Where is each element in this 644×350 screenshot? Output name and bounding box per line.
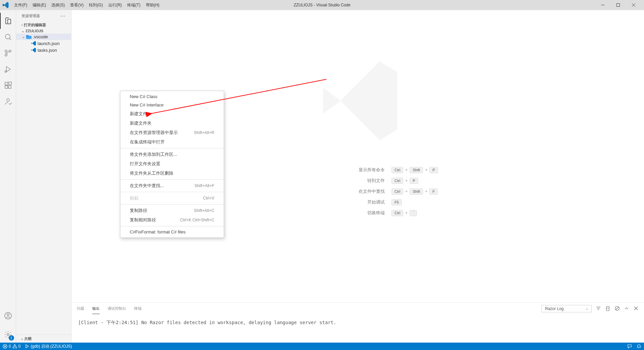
context-menu-item[interactable]: 将文件夹从工作区删除 [120,169,224,178]
context-menu-item[interactable]: 新建文件夹 [120,119,224,128]
context-menu-item[interactable]: 复制相对路径Ctrl+K Ctrl+Shift+C [120,215,224,225]
panel-tab-problems[interactable]: 问题 [77,303,84,314]
filter-icon[interactable] [596,306,601,312]
shortcut-keys: Ctrl+Shift+F [391,188,438,194]
activity-bar: 1 [0,10,16,343]
context-menu-shortcut: Ctrl+V [203,196,214,201]
status-feedback[interactable] [627,344,632,349]
svg-rect-14 [9,82,11,85]
menu-view[interactable]: 查看(V) [67,1,86,9]
context-menu-item[interactable]: 复制路径Shift+Alt+C [120,206,224,215]
menu-edit[interactable]: 编辑(E) [30,1,49,9]
context-menu-item[interactable]: 在文件夹中查找...Shift+Alt+F [120,181,224,190]
workspace-section[interactable]: ⌄ZZULIOJS [16,28,71,34]
svg-rect-12 [5,86,8,88]
context-menu-item-label: 新建文件 [130,111,147,117]
folder-label: .vscode [33,34,48,39]
menu-run[interactable]: 运行(R) [106,1,125,9]
svg-point-18 [7,334,9,336]
key-plus: + [425,168,427,172]
context-menu-item-label: 粘贴 [130,195,139,201]
menu-terminal[interactable]: 终端(T) [124,1,143,9]
context-menu-item[interactable]: New C# Interface [120,101,224,109]
context-menu-item[interactable]: 新建文件 [120,109,224,119]
context-menu-item-label: 将文件夹添加到工作区... [130,151,177,158]
context-menu-shortcut: Ctrl+K Ctrl+Shift+C [180,218,214,222]
activity-scm[interactable] [0,45,16,61]
activity-extensions[interactable] [0,77,16,93]
vscode-icon [3,2,9,8]
error-icon [3,344,7,349]
shortcut-label: 显示所有命令 [277,167,385,173]
panel-tab-output[interactable]: 输出 [92,303,100,314]
panel-tab-terminal[interactable]: 终端 [134,303,142,314]
status-bell[interactable] [637,344,641,349]
open-editors-section[interactable]: ›打开的编辑器 [16,22,71,28]
context-menu-item[interactable]: C#FixFormat: format C# files [120,228,224,236]
file-label: launch.json [38,41,60,46]
status-errors[interactable]: 0 0 [3,344,20,349]
close-panel-icon[interactable] [633,306,639,312]
context-menu-separator [120,204,224,205]
minimize-button[interactable] [595,0,610,10]
svg-point-15 [7,99,9,101]
svg-point-17 [7,314,9,316]
status-launch[interactable]: (gdb) 启动 (ZZULIOJS) [24,344,72,349]
context-menu-item-label: 在文件资源管理器中显示 [130,130,178,136]
activity-debug[interactable] [0,61,16,77]
shortcut-keys: Ctrl+Shift+P [391,167,438,173]
output-channel-select[interactable]: Razor Log [541,305,592,312]
close-button[interactable] [626,0,641,10]
window-controls [595,0,641,10]
vscode-file-icon [31,41,36,46]
activity-explorer[interactable] [0,13,16,29]
context-menu-item[interactable]: 在集成终端中打开 [120,137,224,147]
key-plus: + [405,168,408,172]
file-launch-json[interactable]: launch.json [16,40,71,47]
maximize-button[interactable] [610,0,626,10]
file-tasks-json[interactable]: tasks.json [16,47,71,53]
context-menu-item[interactable]: 将文件夹添加到工作区... [120,150,224,159]
context-menu-shortcut: Shift+Alt+R [194,130,214,135]
key: Shift [410,188,423,194]
vscode-watermark-icon [314,57,401,144]
activity-search[interactable] [0,29,16,45]
menu-file[interactable]: 文件(F) [11,1,30,9]
menu-bar: 文件(F) 编辑(E) 选择(S) 查看(V) 转到(G) 运行(R) 终端(T… [11,1,162,9]
activity-account[interactable] [0,308,16,324]
svg-point-10 [5,71,6,73]
panel-tab-debugconsole[interactable]: 调试控制台 [108,303,126,314]
menu-help[interactable]: 帮助(H) [143,1,162,9]
shortcut-label: 开始调试 [277,199,385,205]
vscode-file-icon [31,47,36,53]
context-menu-item[interactable]: 在文件资源管理器中显示Shift+Alt+R [120,128,224,137]
welcome-shortcuts: 显示所有命令Ctrl+Shift+P转到文件Ctrl+P在文件中查找Ctrl+S… [277,162,438,221]
key-plus: + [425,189,427,194]
key-plus: + [405,189,408,194]
svg-rect-13 [8,86,11,88]
explorer-title: 资源管理器 [21,13,40,18]
folder-vscode[interactable]: ⌄ .vscode [16,34,71,40]
key-plus: + [405,178,408,183]
context-menu: New C# ClassNew C# Interface新建文件新建文件夹在文件… [120,91,224,238]
bell-icon [637,344,641,349]
output-body[interactable]: [Client - 下午2:24:51] No Razor files dete… [71,314,644,343]
menu-go[interactable]: 转到(G) [86,1,105,9]
activity-remote[interactable] [0,93,16,110]
key-plus: + [405,211,408,215]
context-menu-item[interactable]: New C# Class [120,92,224,101]
menu-select[interactable]: 选择(S) [49,1,67,9]
svg-marker-9 [6,67,10,72]
maximize-panel-icon[interactable] [624,306,629,312]
explorer-more-icon[interactable]: ⋯ [60,13,66,19]
settings-badge: 1 [9,335,14,341]
lock-icon[interactable] [614,306,620,312]
outline-section[interactable]: ›大纲 [16,335,71,343]
titlebar: 文件(F) 编辑(E) 选择(S) 查看(V) 转到(G) 运行(R) 终端(T… [0,0,644,10]
context-menu-item[interactable]: 打开文件夹设置 [120,159,224,169]
key: Ctrl [391,210,403,216]
shortcut-row: 在文件中查找Ctrl+Shift+F [277,188,438,194]
svg-marker-35 [26,345,29,348]
clear-icon[interactable] [605,306,610,312]
activity-settings[interactable]: 1 [0,326,16,343]
